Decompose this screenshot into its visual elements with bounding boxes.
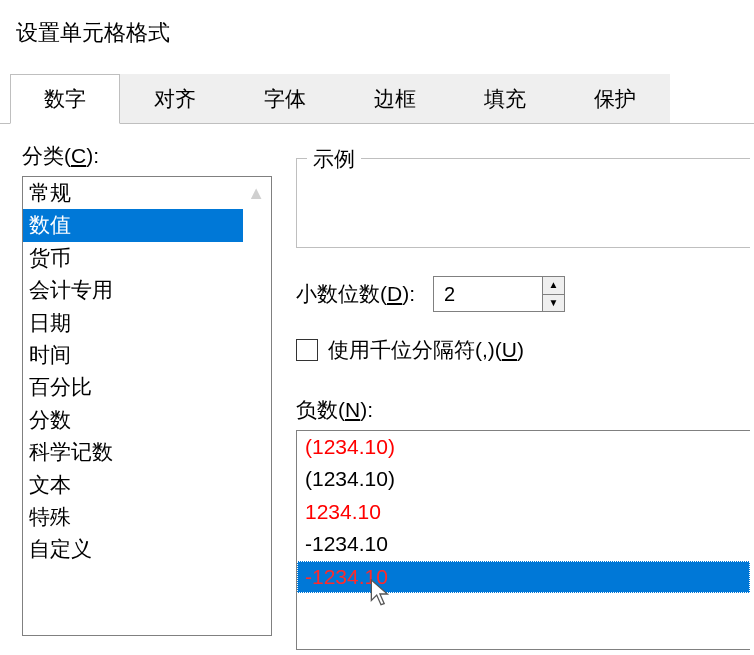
- spinner-down-icon[interactable]: ▼: [543, 294, 564, 312]
- category-item[interactable]: 日期: [23, 307, 243, 339]
- tab-bar: 数字对齐字体边框填充保护: [0, 78, 754, 124]
- dialog-body: 分类(C): ▲ 常规数值货币会计专用日期时间百分比分数科学记数文本特殊自定义 …: [0, 124, 754, 650]
- category-list[interactable]: ▲ 常规数值货币会计专用日期时间百分比分数科学记数文本特殊自定义: [22, 176, 272, 636]
- category-item[interactable]: 百分比: [23, 371, 243, 403]
- decimal-places-row: 小数位数(D): ▲ ▼: [296, 276, 750, 312]
- negative-format-item[interactable]: -1234.10: [297, 528, 750, 560]
- category-item[interactable]: 特殊: [23, 501, 243, 533]
- category-item[interactable]: 分数: [23, 404, 243, 436]
- thousands-separator-label: 使用千位分隔符(,)(U): [328, 336, 524, 364]
- negative-format-item[interactable]: -1234.10: [297, 561, 750, 593]
- decimal-places-label: 小数位数(D):: [296, 280, 415, 308]
- negative-numbers-list[interactable]: (1234.10)(1234.10)1234.10-1234.10-1234.1…: [296, 430, 750, 650]
- category-column: 分类(C): ▲ 常规数值货币会计专用日期时间百分比分数科学记数文本特殊自定义: [22, 142, 272, 650]
- category-item[interactable]: 货币: [23, 242, 243, 274]
- category-item[interactable]: 数值: [23, 209, 243, 241]
- tab-数字[interactable]: 数字: [10, 74, 120, 124]
- settings-column: 示例 小数位数(D): ▲ ▼ 使用千位分隔符(,)(U): [272, 142, 750, 650]
- example-label: 示例: [307, 145, 361, 173]
- dialog-title: 设置单元格格式: [0, 0, 754, 48]
- category-item[interactable]: 文本: [23, 469, 243, 501]
- thousands-separator-checkbox[interactable]: [296, 339, 318, 361]
- negative-numbers-label: 负数(N):: [296, 396, 750, 424]
- spinner-up-icon[interactable]: ▲: [543, 277, 564, 294]
- category-item[interactable]: 自定义: [23, 533, 243, 565]
- negative-format-item[interactable]: (1234.10): [297, 431, 750, 463]
- negative-format-item[interactable]: 1234.10: [297, 496, 750, 528]
- spinner-buttons: ▲ ▼: [543, 276, 565, 312]
- scroll-indicator-icon: ▲: [247, 183, 265, 204]
- thousands-separator-row: 使用千位分隔符(,)(U): [296, 336, 750, 364]
- tab-边框[interactable]: 边框: [340, 74, 450, 123]
- category-item[interactable]: 常规: [23, 177, 243, 209]
- category-item[interactable]: 时间: [23, 339, 243, 371]
- decimal-places-input[interactable]: [433, 276, 543, 312]
- example-group: 示例: [296, 158, 750, 248]
- tab-对齐[interactable]: 对齐: [120, 74, 230, 123]
- category-item[interactable]: 会计专用: [23, 274, 243, 306]
- format-cells-dialog: 设置单元格格式 数字对齐字体边框填充保护 分类(C): ▲ 常规数值货币会计专用…: [0, 0, 754, 655]
- category-label: 分类(C):: [22, 142, 272, 170]
- tab-保护[interactable]: 保护: [560, 74, 670, 123]
- decimal-places-spinner: ▲ ▼: [433, 276, 565, 312]
- tab-字体[interactable]: 字体: [230, 74, 340, 123]
- negative-format-item[interactable]: (1234.10): [297, 463, 750, 495]
- category-item[interactable]: 科学记数: [23, 436, 243, 468]
- tab-填充[interactable]: 填充: [450, 74, 560, 123]
